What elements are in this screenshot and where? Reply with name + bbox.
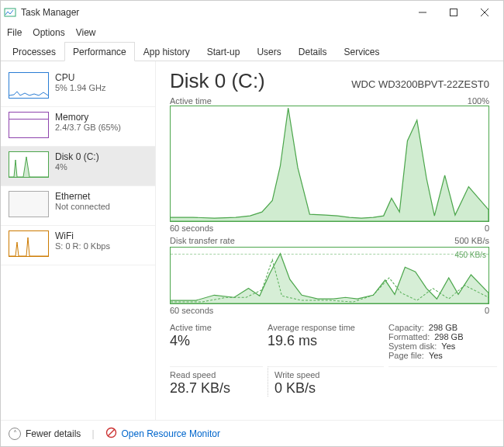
sidebar-cpu-title: CPU [55, 72, 105, 83]
open-resource-monitor-link[interactable]: Open Resource Monitor [105, 427, 220, 441]
active-time-label: Active time [170, 96, 212, 106]
axis-left-2: 60 seconds [170, 306, 213, 315]
stat-active-label: Active time [170, 323, 263, 332]
sidebar-item-disk[interactable]: Disk 0 (C:) 4% [1, 147, 155, 186]
axis-left: 60 seconds [170, 224, 213, 233]
sidebar-disk-sub: 4% [55, 162, 99, 172]
tab-users[interactable]: Users [248, 42, 289, 61]
sidebar: CPU 5% 1.94 GHz Memory 2.4/3.7 GB (65%) … [1, 61, 156, 420]
stat-write-label: Write speed [274, 370, 384, 379]
capacity-value: 298 GB [429, 323, 457, 332]
sidebar-memory-title: Memory [55, 112, 121, 123]
sidebar-wifi-title: WiFi [55, 230, 110, 241]
cpu-thumb-icon [9, 72, 49, 99]
transfer-rate-max: 500 KB/s [454, 236, 489, 245]
pagefile-value: Yes [429, 351, 443, 360]
maximize-button[interactable] [438, 2, 469, 23]
close-button[interactable] [469, 2, 500, 23]
capacity-label: Capacity: [388, 323, 424, 332]
open-resource-monitor-label: Open Resource Monitor [122, 428, 220, 439]
page-title: Disk 0 (C:) [170, 69, 265, 93]
resource-monitor-icon [105, 427, 117, 441]
stat-avg-value: 19.6 ms [268, 333, 384, 349]
tab-performance[interactable]: Performance [64, 42, 135, 61]
wifi-thumb-icon [9, 230, 49, 257]
chevron-up-icon: ˄ [9, 428, 21, 440]
task-manager-window: Task Manager File Options View Processes… [0, 0, 504, 447]
formatted-value: 298 GB [434, 332, 463, 341]
footer: ˄ Fewer details | Open Resource Monitor [1, 420, 503, 446]
pagefile-label: Page file: [388, 351, 424, 360]
transfer-rate-label: Disk transfer rate [170, 236, 235, 245]
fewer-details-button[interactable]: ˄ Fewer details [9, 428, 81, 440]
formatted-label: Formatted: [388, 332, 430, 341]
svg-line-6 [108, 429, 115, 436]
tab-details[interactable]: Details [290, 42, 336, 61]
stats-grid: Active time 4% Average response time 19.… [170, 323, 489, 397]
sidebar-wifi-sub: S: 0 R: 0 Kbps [55, 241, 110, 251]
transfer-rate-chart: 450 KB/s [170, 247, 489, 304]
stat-read-label: Read speed [170, 370, 263, 379]
svg-rect-0 [5, 9, 16, 16]
stat-active-value: 4% [170, 333, 263, 349]
active-time-max: 100% [468, 96, 489, 106]
menu-view[interactable]: View [76, 27, 96, 38]
sidebar-item-memory[interactable]: Memory 2.4/3.7 GB (65%) [1, 107, 155, 147]
memory-thumb-icon [9, 112, 49, 138]
disk-model: WDC WD3200BPVT-22ZEST0 [351, 78, 489, 90]
sidebar-item-ethernet[interactable]: Ethernet Not connected [1, 186, 155, 226]
sidebar-cpu-sub: 5% 1.94 GHz [55, 83, 105, 92]
window-title: Task Manager [21, 7, 407, 18]
tab-app-history[interactable]: App history [135, 42, 198, 61]
titlebar[interactable]: Task Manager [1, 1, 503, 24]
tab-startup[interactable]: Start-up [198, 42, 249, 61]
stat-write-value: 0 KB/s [274, 380, 384, 397]
sidebar-item-cpu[interactable]: CPU 5% 1.94 GHz [1, 68, 155, 107]
app-icon [4, 6, 16, 19]
sidebar-eth-sub: Not connected [55, 202, 110, 211]
stat-avg-label: Average response time [268, 323, 384, 332]
sysdisk-value: Yes [441, 341, 455, 351]
axis-right-2: 0 [485, 306, 489, 315]
main-panel: Disk 0 (C:) WDC WD3200BPVT-22ZEST0 Activ… [156, 61, 503, 420]
axis-right: 0 [485, 224, 489, 233]
tabbar: Processes Performance App history Start-… [1, 41, 503, 61]
fewer-details-label: Fewer details [26, 428, 81, 439]
menu-file[interactable]: File [7, 27, 22, 38]
tab-processes[interactable]: Processes [4, 42, 64, 61]
stat-read-value: 28.7 KB/s [170, 380, 263, 397]
active-time-chart [170, 106, 489, 222]
tab-services[interactable]: Services [335, 42, 388, 61]
disk-thumb-icon [9, 151, 49, 178]
sysdisk-label: System disk: [388, 341, 437, 351]
menubar: File Options View [1, 24, 503, 41]
menu-options[interactable]: Options [33, 27, 64, 38]
minimize-button[interactable] [407, 2, 438, 23]
svg-rect-2 [450, 9, 457, 16]
sidebar-eth-title: Ethernet [55, 191, 110, 202]
ethernet-thumb-icon [9, 191, 49, 217]
sidebar-disk-title: Disk 0 (C:) [55, 151, 99, 162]
sidebar-memory-sub: 2.4/3.7 GB (65%) [55, 123, 121, 132]
sidebar-item-wifi[interactable]: WiFi S: 0 R: 0 Kbps [1, 226, 155, 265]
